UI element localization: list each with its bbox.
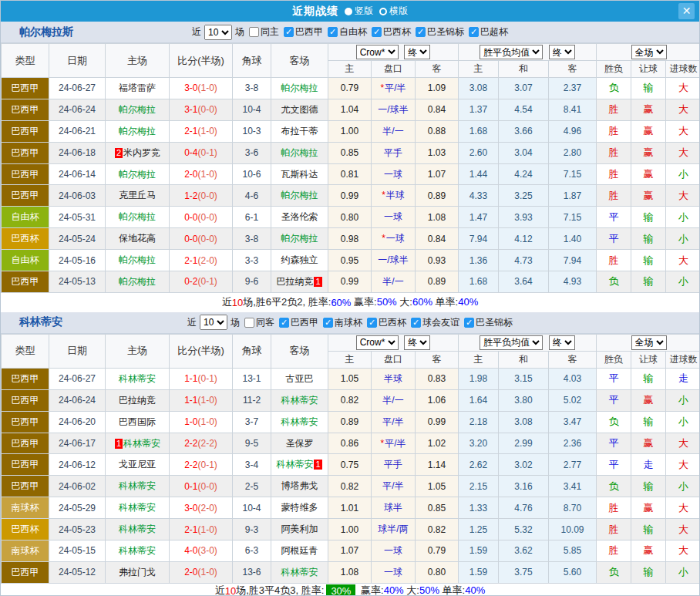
summary-bar-corinthians: 近10场,胜3平4负3, 胜率:30% 赢率:40% 大:50% 单率:40% (1, 584, 699, 596)
odds-time-select[interactable]: 终 (404, 45, 430, 59)
home-team: 帕尔梅拉 (119, 126, 156, 136)
bookmaker-select[interactable]: Crow* (356, 335, 399, 350)
avg-time-select[interactable]: 终 (549, 45, 575, 59)
handicap-value: 半球 (386, 190, 405, 200)
odds-away-cell: 0.89 (416, 271, 459, 293)
avg-time-select[interactable]: 终 (549, 335, 575, 350)
halftime-score: (0-0) (198, 104, 217, 115)
handicap-value: 平/半 (385, 82, 406, 93)
avg-away-cell: 2.77 (549, 454, 597, 476)
home-team: 巴西国际 (119, 416, 156, 427)
avg-home-cell: 7.94 (459, 228, 499, 250)
recent-label: 近 (187, 316, 197, 329)
match-row: 南球杯 24-05-15 科林蒂安 4-0(3-0) 6-3 阿根廷青 1.07… (2, 540, 700, 562)
date-cell: 24-06-12 (49, 454, 106, 476)
avg-draw-cell: 3.80 (499, 389, 549, 411)
checkbox-icon[interactable] (411, 318, 421, 328)
result-cell: 胜 (597, 540, 631, 562)
checkbox-icon[interactable] (372, 27, 382, 37)
odds-home-cell: 0.99 (328, 271, 372, 293)
fulltime-score: 2-1 (184, 255, 197, 266)
avg-select[interactable]: 胜平负均值 (480, 45, 543, 59)
red-card-badge: 2 (115, 148, 123, 158)
date-cell: 24-05-12 (49, 561, 106, 583)
away-team-cell: 阿根廷青 (271, 540, 328, 562)
league-filter-item[interactable]: 同客 (244, 316, 274, 329)
league-filter-item[interactable]: 球会友谊 (411, 316, 459, 329)
checkbox-icon[interactable] (328, 27, 338, 37)
radio-icon[interactable] (379, 8, 387, 15)
league-filter-item[interactable]: 巴西甲 (279, 316, 318, 329)
avg-draw-cell: 5.32 (499, 519, 549, 540)
odds-time-select[interactable]: 终 (404, 335, 430, 350)
league-filter-item[interactable]: 巴西甲 (284, 25, 323, 39)
checkbox-icon[interactable] (323, 318, 333, 328)
league-filter-item[interactable]: 巴圣锦标 (464, 316, 513, 329)
checkbox-icon[interactable] (284, 27, 294, 37)
avg-away-cell: 1.87 (549, 185, 597, 207)
home-team-cell: 科林蒂安 (106, 368, 170, 389)
league-filter-item[interactable]: 巴西杯 (372, 25, 411, 39)
date-cell: 24-05-29 (49, 497, 106, 519)
goals-cell: 大 (666, 99, 700, 120)
results-table-palmeiras: 类型 日期 主场 比分(半场) 角球 客场 Crow* 终 胜平负均值 终 全场 (1, 43, 700, 293)
away-team: 阿根廷青 (281, 545, 318, 556)
scope-select[interactable]: 全场 (631, 45, 667, 59)
date-cell: 24-06-14 (49, 163, 106, 185)
checkbox-icon[interactable] (249, 27, 259, 37)
avg-select[interactable]: 胜平负均值 (480, 335, 543, 350)
close-button[interactable]: ✕ (678, 3, 695, 19)
handicap-cell: 半/一 (372, 271, 416, 293)
recent-count-select[interactable]: 10 (200, 315, 227, 330)
col-handicap-result: 让球 (631, 351, 666, 368)
result-cell: 负 (597, 78, 631, 99)
away-team-cell: 古亚巴 (271, 368, 328, 389)
layout-radio[interactable]: 竖版 (345, 5, 373, 18)
home-team: 米内罗竞 (123, 147, 160, 158)
handicap-result-cell: 赢 (631, 142, 666, 163)
goals-cell: 大 (666, 433, 700, 454)
checkbox-icon[interactable] (469, 27, 479, 37)
fulltime-score: 1-0 (184, 416, 197, 427)
checkbox-icon[interactable] (279, 318, 289, 328)
halftime-score: (2-2) (198, 438, 217, 449)
checkbox-icon[interactable] (367, 318, 377, 328)
radio-icon[interactable] (345, 8, 352, 15)
scope-select[interactable]: 全场 (631, 335, 667, 350)
summary-record: 场,胜6平2负2, 胜率: (243, 295, 331, 309)
corner-cell: 13-6 (233, 561, 271, 583)
summary-part-value: 50% (419, 584, 439, 596)
summary-part: 单率:40% (432, 295, 478, 309)
odds-home-cell: 0.95 (328, 250, 372, 271)
handicap-result-cell: 输 (631, 519, 666, 540)
avg-away-cell: 5.85 (549, 540, 597, 562)
summary-part-label: 赢率: (351, 296, 376, 308)
fulltime-score: 1-2 (184, 190, 197, 201)
checkbox-icon[interactable] (464, 318, 474, 328)
type-badge: 自由杯 (2, 207, 49, 228)
recent-count-select[interactable]: 10 (204, 25, 232, 40)
layout-radio[interactable]: 横版 (379, 5, 408, 18)
league-filter-item[interactable]: 南球杯 (323, 316, 362, 329)
away-team: 博塔弗戈 (281, 480, 318, 491)
bookmaker-select[interactable]: Crow* (356, 45, 399, 59)
halftime-score: (1-0) (198, 395, 217, 406)
col-goals: 进球数 (666, 61, 700, 78)
league-filter-item[interactable]: 自由杯 (328, 25, 367, 39)
checkbox-icon[interactable] (416, 27, 426, 37)
odds-home-cell: 0.82 (328, 476, 372, 497)
home-team-cell: 帕尔梅拉 (106, 99, 170, 120)
league-filter-item[interactable]: 巴超杯 (469, 25, 508, 39)
league-filter-item[interactable]: 同主 (249, 25, 279, 39)
col-home: 主场 (106, 44, 170, 78)
league-filter-item[interactable]: 巴圣锦标 (416, 25, 464, 39)
dialog-title: 近期战绩 (292, 5, 338, 19)
section-header-palmeiras: 帕尔梅拉斯 近 10 场 同主 巴西甲 自由杯 巴西杯 巴圣锦标 巴超杯 (1, 22, 699, 43)
away-team: 约森独立 (281, 254, 318, 265)
score-cell: 1-0(1-0) (170, 411, 233, 433)
filter-label: 巴西甲 (295, 25, 323, 39)
away-team: 圣洛伦索 (281, 211, 318, 222)
checkbox-icon[interactable] (244, 318, 254, 328)
avg-draw-cell: 3.07 (499, 78, 549, 99)
league-filter-item[interactable]: 巴西杯 (367, 316, 406, 329)
